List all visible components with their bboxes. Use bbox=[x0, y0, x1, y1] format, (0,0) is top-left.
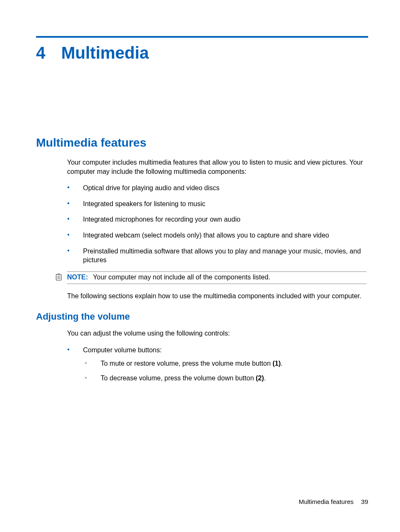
note-block: NOTE:Your computer may not include all o… bbox=[67, 271, 366, 284]
page-footer: Multimedia features39 bbox=[299, 498, 368, 505]
sub-item-text: To decrease volume, press the volume dow… bbox=[101, 374, 256, 382]
chapter-rule bbox=[36, 36, 368, 38]
chapter-number: 4 bbox=[36, 44, 61, 62]
section-heading: Multimedia features bbox=[36, 136, 368, 150]
volume-bullet-list: Computer volume buttons: To mute or rest… bbox=[67, 346, 368, 383]
after-note-paragraph: The following sections explain how to us… bbox=[67, 292, 366, 301]
footer-page-number: 39 bbox=[361, 498, 368, 505]
list-item: Optical drive for playing audio and vide… bbox=[67, 183, 368, 193]
sub-item-suffix: . bbox=[264, 374, 266, 382]
feature-bullet-list: Optical drive for playing audio and vide… bbox=[67, 183, 368, 265]
list-item: Integrated speakers for listening to mus… bbox=[67, 199, 368, 209]
chapter-heading: 4 Multimedia bbox=[36, 44, 368, 62]
list-item: To mute or restore volume, press the vol… bbox=[83, 359, 368, 368]
note-icon bbox=[55, 274, 63, 283]
list-item: To decrease volume, press the volume dow… bbox=[83, 374, 368, 383]
subsection-heading: Adjusting the volume bbox=[36, 311, 368, 322]
sub-bullet-list: To mute or restore volume, press the vol… bbox=[83, 359, 368, 383]
sub-item-ref: (1) bbox=[273, 360, 281, 367]
footer-section-name: Multimedia features bbox=[299, 498, 353, 505]
intro-paragraph: Your computer includes multimedia featur… bbox=[67, 158, 366, 176]
note-text: Your computer may not include all of the… bbox=[93, 274, 270, 281]
chapter-title: Multimedia bbox=[61, 44, 149, 62]
subsection-intro: You can adjust the volume using the foll… bbox=[67, 329, 366, 338]
sub-item-ref: (2) bbox=[256, 374, 264, 382]
list-item: Integrated microphones for recording you… bbox=[67, 215, 368, 224]
list-item: Preinstalled multimedia software that al… bbox=[67, 247, 368, 265]
list-item-label: Computer volume buttons: bbox=[83, 346, 162, 354]
sub-item-suffix: . bbox=[281, 360, 283, 367]
list-item: Integrated webcam (select models only) t… bbox=[67, 231, 368, 240]
note-label: NOTE: bbox=[67, 274, 88, 281]
document-page: 4 Multimedia Multimedia features Your co… bbox=[0, 0, 400, 532]
list-item: Computer volume buttons: To mute or rest… bbox=[67, 346, 368, 383]
sub-item-text: To mute or restore volume, press the vol… bbox=[101, 360, 273, 367]
